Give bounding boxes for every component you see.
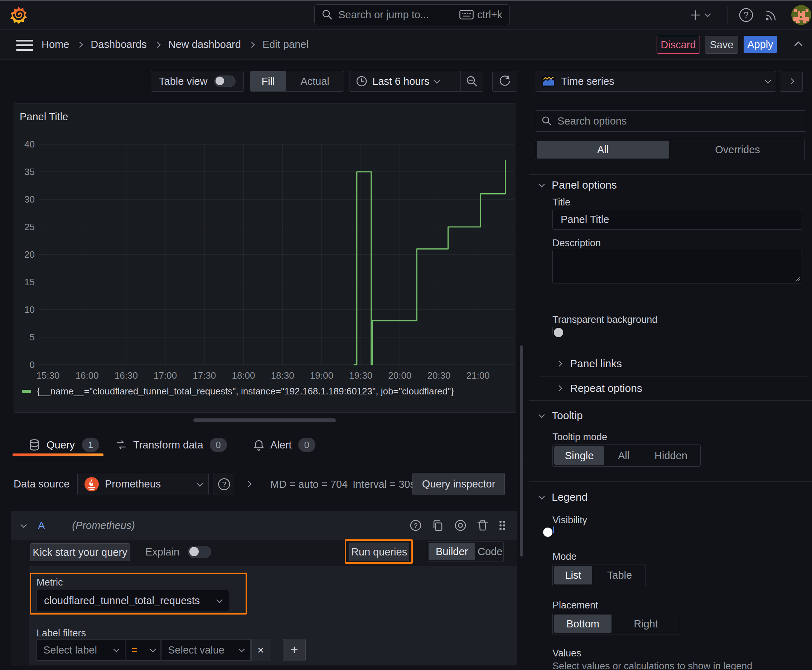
datasource-picker[interactable]: Prometheus xyxy=(77,473,209,495)
tab-alert-label: Alert xyxy=(270,439,292,451)
description-textarea[interactable] xyxy=(553,250,802,283)
tab-transform[interactable]: Transform data 0 xyxy=(116,438,227,452)
select-value-dropdown[interactable]: Select value xyxy=(161,639,251,661)
pane-divider xyxy=(529,481,812,482)
code-option[interactable]: Code xyxy=(476,541,503,562)
svg-text:15:30: 15:30 xyxy=(36,370,59,381)
breadcrumb-edit-panel: Edit panel xyxy=(263,39,309,51)
legend-mode-table[interactable]: Table xyxy=(593,564,646,586)
builder-option[interactable]: Builder xyxy=(429,543,475,560)
time-series-chart[interactable]: 051015202530354015:3016:0016:3017:0017:3… xyxy=(14,104,516,387)
metric-value: cloudflared_tunnel_total_requests xyxy=(44,595,217,607)
datasource-help-button[interactable]: ? xyxy=(213,473,235,495)
tooltip-mode-single[interactable]: Single xyxy=(554,446,604,465)
svg-text:18:30: 18:30 xyxy=(271,370,294,381)
panel-links-collapsed[interactable]: Panel links xyxy=(557,357,622,370)
time-range-picker[interactable]: Last 6 hours xyxy=(349,71,460,91)
tooltip-section-header[interactable]: Tooltip xyxy=(539,409,583,421)
chevron-right-icon xyxy=(249,42,254,47)
legend-placement-right[interactable]: Right xyxy=(613,613,679,634)
search-shortcut: ctrl+k xyxy=(477,9,502,21)
metric-select[interactable]: cloudflared_tunnel_total_requests xyxy=(37,590,229,611)
run-queries-button[interactable]: Run queries xyxy=(349,543,409,561)
discard-button[interactable]: Discard xyxy=(657,36,700,54)
legend-mode-list[interactable]: List xyxy=(554,566,592,584)
table-view-toggle[interactable] xyxy=(214,76,236,87)
fill-option[interactable]: Fill xyxy=(250,71,286,91)
chevron-down-icon xyxy=(217,597,223,603)
search-options-box[interactable]: Search options xyxy=(535,110,806,132)
search-options-placeholder: Search options xyxy=(558,115,627,127)
global-search-box[interactable]: Search or jump to... ctrl+k xyxy=(314,4,510,25)
transparent-background-toggle[interactable] xyxy=(553,327,553,333)
legend-section-header[interactable]: Legend xyxy=(539,491,588,503)
svg-text:20: 20 xyxy=(24,249,35,260)
visualization-picker[interactable]: Time series xyxy=(536,71,776,91)
remove-filter-button[interactable]: × xyxy=(251,639,270,661)
query-ref-id: A xyxy=(38,520,45,531)
resize-handle-icon[interactable] xyxy=(795,276,800,282)
tooltip-mode-all[interactable]: All xyxy=(606,445,642,466)
breadcrumb-new-dashboard[interactable]: New dashboard xyxy=(168,39,241,51)
tab-query[interactable]: Query 1 xyxy=(29,438,99,452)
tab-alert[interactable]: Alert 0 xyxy=(254,438,315,452)
query-row-header[interactable]: A (Prometheus) ? xyxy=(11,511,517,540)
collapse-toolbar-chevron-up-icon[interactable] xyxy=(795,42,803,50)
breadcrumb-home[interactable]: Home xyxy=(42,39,69,51)
label-filters-label: Label filters xyxy=(37,628,86,639)
menu-toggle-button[interactable] xyxy=(16,40,33,51)
rss-icon xyxy=(763,7,779,23)
zoom-out-button[interactable] xyxy=(461,71,483,91)
collapse-pane-button[interactable] xyxy=(780,71,803,91)
delete-query-trash-icon[interactable] xyxy=(476,519,489,532)
select-value-placeholder: Select value xyxy=(168,644,239,656)
panel-title-input[interactable] xyxy=(553,209,802,230)
query-help-icon[interactable]: ? xyxy=(409,519,422,532)
kickstart-query-button[interactable]: Kick start your query xyxy=(30,543,130,561)
grafana-logo-icon[interactable] xyxy=(10,6,27,24)
drag-handle-icon[interactable] xyxy=(498,519,507,532)
metric-label: Metric xyxy=(37,577,63,588)
legend-visibility-label: Visibility xyxy=(553,515,587,526)
collapse-query-chevron-icon[interactable] xyxy=(21,522,27,528)
chevron-down-icon xyxy=(765,78,771,84)
svg-text:19:30: 19:30 xyxy=(349,370,372,381)
legend-visibility-toggle[interactable] xyxy=(553,526,554,533)
disable-query-eye-icon[interactable] xyxy=(454,519,467,532)
actual-option[interactable]: Actual xyxy=(286,71,344,91)
chart-legend[interactable]: {__name__="cloudflared_tunnel_total_requ… xyxy=(22,386,454,397)
tab-overrides[interactable]: Overrides xyxy=(671,139,805,160)
help-button[interactable]: ? xyxy=(738,7,754,23)
interval-stat: Interval = 30s xyxy=(353,479,415,490)
user-avatar[interactable] xyxy=(791,5,811,25)
repeat-options-collapsed[interactable]: Repeat options xyxy=(557,382,642,394)
refresh-button[interactable] xyxy=(492,71,517,91)
tab-all[interactable]: All xyxy=(537,140,669,159)
expand-row-chevron-icon[interactable] xyxy=(246,481,252,487)
svg-text:19:00: 19:00 xyxy=(310,370,333,381)
operator-dropdown[interactable]: = xyxy=(126,639,160,661)
horizontal-scrollbar[interactable] xyxy=(193,418,336,422)
duplicate-query-icon[interactable] xyxy=(431,519,444,532)
tooltip-mode-hidden[interactable]: Hidden xyxy=(642,445,700,466)
svg-text:30: 30 xyxy=(24,194,35,205)
save-button[interactable]: Save xyxy=(705,36,738,54)
chevron-down-icon xyxy=(434,78,440,84)
explain-label: Explain xyxy=(145,546,180,558)
news-rss-button[interactable] xyxy=(763,7,779,23)
apply-button[interactable]: Apply xyxy=(744,36,777,53)
explain-toggle[interactable] xyxy=(188,546,211,558)
select-label-dropdown[interactable]: Select label xyxy=(37,639,125,661)
legend-placement-label: Placement xyxy=(553,600,598,611)
chevron-right-icon xyxy=(154,42,160,47)
query-inspector-button[interactable]: Query inspector xyxy=(412,473,505,495)
breadcrumb-dashboards[interactable]: Dashboards xyxy=(91,39,146,51)
add-filter-button[interactable]: + xyxy=(283,639,306,661)
svg-text:?: ? xyxy=(222,480,226,488)
legend-placement-switch: Bottom Right xyxy=(553,613,679,635)
legend-placement-bottom[interactable]: Bottom xyxy=(554,614,612,633)
panel-options-section-header[interactable]: Panel options xyxy=(539,179,617,191)
add-menu-button[interactable] xyxy=(689,8,710,22)
toggle-knob xyxy=(543,528,553,537)
svg-text:16:00: 16:00 xyxy=(76,370,99,381)
